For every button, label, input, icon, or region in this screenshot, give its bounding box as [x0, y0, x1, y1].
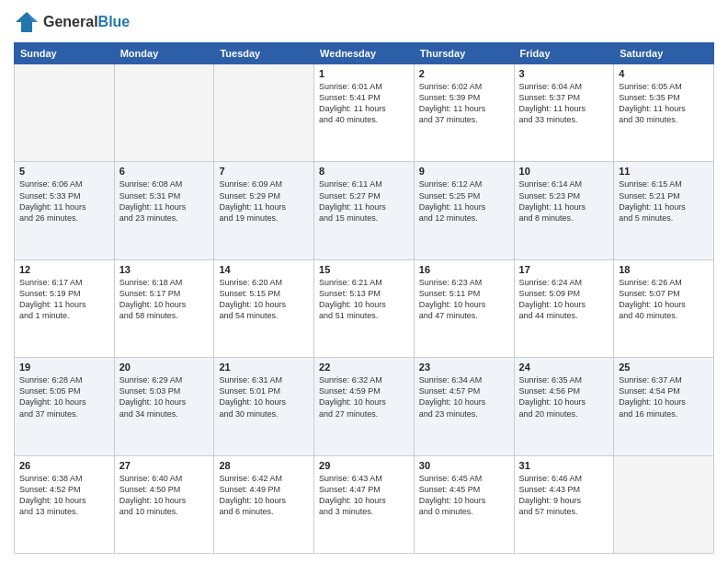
day-info: Sunrise: 6:21 AM Sunset: 5:13 PM Dayligh…: [319, 277, 409, 322]
calendar-cell: 20Sunrise: 6:29 AM Sunset: 5:03 PM Dayli…: [114, 358, 214, 455]
day-number: 19: [19, 362, 109, 373]
day-number: 6: [119, 166, 210, 177]
day-info: Sunrise: 6:43 AM Sunset: 4:47 PM Dayligh…: [319, 473, 409, 518]
weekday-header-row: SundayMondayTuesdayWednesdayThursdayFrid…: [15, 43, 714, 64]
day-info: Sunrise: 6:11 AM Sunset: 5:27 PM Dayligh…: [319, 178, 409, 224]
week-row-2: 5Sunrise: 6:06 AM Sunset: 5:33 PM Daylig…: [15, 162, 714, 259]
day-info: Sunrise: 6:37 AM Sunset: 4:54 PM Dayligh…: [619, 374, 709, 419]
calendar-cell: 30Sunrise: 6:45 AM Sunset: 4:45 PM Dayli…: [414, 455, 514, 553]
page: GeneralBlue SundayMondayTuesdayWednesday…: [0, 0, 728, 563]
logo: GeneralBlue: [14, 9, 130, 35]
day-info: Sunrise: 6:01 AM Sunset: 5:41 PM Dayligh…: [319, 81, 409, 126]
day-number: 27: [119, 460, 210, 471]
calendar-cell: 31Sunrise: 6:46 AM Sunset: 4:43 PM Dayli…: [514, 455, 614, 553]
header: GeneralBlue: [14, 9, 714, 35]
calendar-cell: 3Sunrise: 6:04 AM Sunset: 5:37 PM Daylig…: [514, 64, 614, 162]
calendar-table: SundayMondayTuesdayWednesdayThursdayFrid…: [14, 42, 714, 554]
day-number: 12: [19, 264, 109, 275]
day-number: 21: [219, 362, 309, 373]
calendar-cell: [114, 64, 214, 162]
calendar-cell: 17Sunrise: 6:24 AM Sunset: 5:09 PM Dayli…: [514, 259, 614, 357]
day-info: Sunrise: 6:14 AM Sunset: 5:23 PM Dayligh…: [519, 178, 609, 224]
day-number: 9: [419, 166, 509, 177]
day-info: Sunrise: 6:32 AM Sunset: 4:59 PM Dayligh…: [319, 374, 409, 419]
day-number: 3: [519, 68, 609, 79]
day-info: Sunrise: 6:24 AM Sunset: 5:09 PM Dayligh…: [519, 277, 609, 322]
day-number: 18: [619, 264, 709, 275]
calendar-cell: 12Sunrise: 6:17 AM Sunset: 5:19 PM Dayli…: [15, 259, 115, 357]
day-info: Sunrise: 6:31 AM Sunset: 5:01 PM Dayligh…: [219, 374, 309, 419]
weekday-header-thursday: Thursday: [414, 43, 514, 64]
calendar-cell: 29Sunrise: 6:43 AM Sunset: 4:47 PM Dayli…: [314, 455, 415, 553]
weekday-header-monday: Monday: [114, 43, 214, 64]
weekday-header-sunday: Sunday: [15, 43, 115, 64]
day-number: 29: [319, 460, 409, 471]
day-info: Sunrise: 6:05 AM Sunset: 5:35 PM Dayligh…: [619, 81, 709, 126]
day-number: 24: [519, 362, 609, 373]
day-info: Sunrise: 6:09 AM Sunset: 5:29 PM Dayligh…: [219, 178, 309, 224]
day-info: Sunrise: 6:12 AM Sunset: 5:25 PM Dayligh…: [419, 178, 509, 224]
week-row-1: 1Sunrise: 6:01 AM Sunset: 5:41 PM Daylig…: [15, 64, 714, 162]
calendar-cell: 14Sunrise: 6:20 AM Sunset: 5:15 PM Dayli…: [214, 259, 314, 357]
calendar-cell: 23Sunrise: 6:34 AM Sunset: 4:57 PM Dayli…: [414, 358, 514, 455]
day-info: Sunrise: 6:34 AM Sunset: 4:57 PM Dayligh…: [419, 374, 509, 419]
calendar-cell: 21Sunrise: 6:31 AM Sunset: 5:01 PM Dayli…: [214, 358, 314, 455]
day-info: Sunrise: 6:29 AM Sunset: 5:03 PM Dayligh…: [119, 374, 210, 419]
day-info: Sunrise: 6:28 AM Sunset: 5:05 PM Dayligh…: [19, 374, 109, 419]
day-info: Sunrise: 6:17 AM Sunset: 5:19 PM Dayligh…: [19, 277, 109, 322]
day-info: Sunrise: 6:06 AM Sunset: 5:33 PM Dayligh…: [19, 178, 109, 224]
day-info: Sunrise: 6:38 AM Sunset: 4:52 PM Dayligh…: [19, 473, 109, 518]
day-number: 8: [319, 166, 409, 177]
calendar-cell: 26Sunrise: 6:38 AM Sunset: 4:52 PM Dayli…: [15, 455, 115, 553]
calendar-cell: 11Sunrise: 6:15 AM Sunset: 5:21 PM Dayli…: [614, 162, 714, 259]
weekday-header-saturday: Saturday: [614, 43, 714, 64]
day-number: 16: [419, 264, 509, 275]
day-number: 11: [619, 166, 709, 177]
calendar-cell: 28Sunrise: 6:42 AM Sunset: 4:49 PM Dayli…: [214, 455, 314, 553]
calendar-cell: 5Sunrise: 6:06 AM Sunset: 5:33 PM Daylig…: [15, 162, 115, 259]
week-row-4: 19Sunrise: 6:28 AM Sunset: 5:05 PM Dayli…: [15, 358, 714, 455]
day-number: 31: [519, 460, 609, 471]
day-number: 23: [419, 362, 509, 373]
day-number: 10: [519, 166, 609, 177]
calendar-cell: 16Sunrise: 6:23 AM Sunset: 5:11 PM Dayli…: [414, 259, 514, 357]
day-number: 1: [319, 68, 409, 79]
day-number: 2: [419, 68, 509, 79]
calendar-cell: 1Sunrise: 6:01 AM Sunset: 5:41 PM Daylig…: [314, 64, 415, 162]
day-number: 20: [119, 362, 210, 373]
day-number: 30: [419, 460, 509, 471]
calendar-cell: 18Sunrise: 6:26 AM Sunset: 5:07 PM Dayli…: [614, 259, 714, 357]
weekday-header-tuesday: Tuesday: [214, 43, 314, 64]
day-info: Sunrise: 6:23 AM Sunset: 5:11 PM Dayligh…: [419, 277, 509, 322]
day-number: 15: [319, 264, 409, 275]
calendar-cell: 8Sunrise: 6:11 AM Sunset: 5:27 PM Daylig…: [314, 162, 415, 259]
calendar-cell: [15, 64, 115, 162]
day-number: 17: [519, 264, 609, 275]
calendar-cell: [214, 64, 314, 162]
calendar-cell: 22Sunrise: 6:32 AM Sunset: 4:59 PM Dayli…: [314, 358, 415, 455]
day-number: 28: [219, 460, 309, 471]
day-info: Sunrise: 6:42 AM Sunset: 4:49 PM Dayligh…: [219, 473, 309, 518]
day-info: Sunrise: 6:02 AM Sunset: 5:39 PM Dayligh…: [419, 81, 509, 126]
day-number: 22: [319, 362, 409, 373]
week-row-5: 26Sunrise: 6:38 AM Sunset: 4:52 PM Dayli…: [15, 455, 714, 553]
calendar-cell: 10Sunrise: 6:14 AM Sunset: 5:23 PM Dayli…: [514, 162, 614, 259]
calendar-cell: 2Sunrise: 6:02 AM Sunset: 5:39 PM Daylig…: [414, 64, 514, 162]
day-number: 5: [19, 166, 109, 177]
calendar-cell: 4Sunrise: 6:05 AM Sunset: 5:35 PM Daylig…: [614, 64, 714, 162]
week-row-3: 12Sunrise: 6:17 AM Sunset: 5:19 PM Dayli…: [15, 259, 714, 357]
calendar-cell: 27Sunrise: 6:40 AM Sunset: 4:50 PM Dayli…: [114, 455, 214, 553]
day-number: 13: [119, 264, 210, 275]
calendar-cell: 9Sunrise: 6:12 AM Sunset: 5:25 PM Daylig…: [414, 162, 514, 259]
logo-text: GeneralBlue: [43, 14, 130, 30]
day-number: 7: [219, 166, 309, 177]
day-info: Sunrise: 6:08 AM Sunset: 5:31 PM Dayligh…: [119, 178, 210, 224]
calendar-cell: 13Sunrise: 6:18 AM Sunset: 5:17 PM Dayli…: [114, 259, 214, 357]
calendar-cell: [614, 455, 714, 553]
day-info: Sunrise: 6:35 AM Sunset: 4:56 PM Dayligh…: [519, 374, 609, 419]
day-number: 4: [619, 68, 709, 79]
calendar-cell: 7Sunrise: 6:09 AM Sunset: 5:29 PM Daylig…: [214, 162, 314, 259]
logo-icon: [14, 9, 40, 35]
calendar-cell: 25Sunrise: 6:37 AM Sunset: 4:54 PM Dayli…: [614, 358, 714, 455]
weekday-header-wednesday: Wednesday: [314, 43, 415, 64]
